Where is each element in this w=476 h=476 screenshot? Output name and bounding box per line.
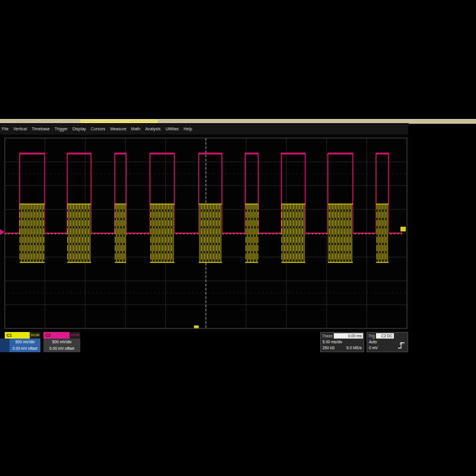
c2-header: C2 DC1M <box>43 332 80 339</box>
c1-scale: 500 mV/div <box>10 339 40 345</box>
oscilloscope-window: File Vertical Timebase Trigger Display C… <box>0 123 409 352</box>
trigger-label: Trig <box>367 334 376 338</box>
menu-bar: File Vertical Timebase Trigger Display C… <box>0 124 408 135</box>
c1-settings: 500 mV/div 0.00 mV offset <box>0 339 40 352</box>
timebase-rate: 5.0 MS/s <box>346 345 362 351</box>
channel-descriptor-c1[interactable]: C1 DC1M 500 mV/div 0.00 mV offset <box>0 332 40 352</box>
timebase-samples: 250 kS <box>322 345 334 351</box>
trigger-descriptor[interactable]: Trig C2 DC Auto 0 mV <box>367 332 408 352</box>
c2-coupling: DC1M <box>70 332 80 339</box>
menu-trigger[interactable]: Trigger <box>53 124 70 134</box>
menu-file[interactable]: File <box>0 124 10 134</box>
c1-trace-indicator <box>0 339 10 352</box>
menu-math[interactable]: Math <box>129 124 142 134</box>
trigger-level: 0 mV <box>369 345 378 351</box>
c1-offset: 0.00 mV offset <box>10 345 40 352</box>
trigger-time-marker <box>194 325 199 328</box>
c1-trigger-level-marker <box>400 227 406 231</box>
trigger-mode: Auto <box>369 339 377 345</box>
c1-header: C1 DC1M <box>5 332 40 339</box>
timebase-descriptor[interactable]: Tbase 0.00 ms 5.00 ms/div 250 kS 5.0 MS/… <box>320 332 364 352</box>
menu-analysis[interactable]: Analysis <box>143 124 162 134</box>
c2-offset: 0.00 mV offset <box>43 345 80 352</box>
menu-utilities[interactable]: Utilities <box>164 124 181 134</box>
timebase-scale: 5.00 ms/div <box>322 339 342 345</box>
menu-measure[interactable]: Measure <box>108 124 128 134</box>
c2-label: C2 <box>45 333 51 337</box>
menu-display[interactable]: Display <box>71 124 88 134</box>
trigger-source: C2 DC <box>376 333 394 339</box>
c2-scale: 500 mV/div <box>43 339 80 345</box>
graticule-waveform-display <box>0 136 411 332</box>
menu-help[interactable]: Help <box>182 124 194 134</box>
menu-timebase[interactable]: Timebase <box>30 124 51 134</box>
trigger-slope-icon <box>397 340 406 350</box>
channel-descriptor-c2[interactable]: C2 DC1M 500 mV/div 0.00 mV offset <box>43 332 80 352</box>
menu-vertical[interactable]: Vertical <box>11 124 29 134</box>
c2-settings: 500 mV/div 0.00 mV offset <box>43 339 80 352</box>
c1-label: C1 <box>7 333 12 337</box>
c1-coupling: DC1M <box>30 332 40 339</box>
timebase-label: Tbase <box>321 334 334 338</box>
menu-cursors[interactable]: Cursors <box>89 124 108 134</box>
timebase-delay: 0.00 ms <box>334 333 363 339</box>
